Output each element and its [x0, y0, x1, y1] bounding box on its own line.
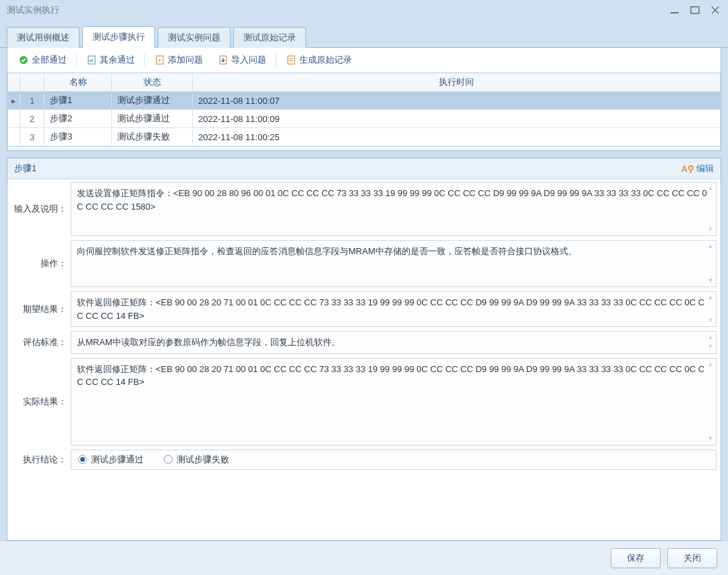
field-input-desc[interactable]: 发送设置修正矩阵指令：<EB 90 00 28 80 96 00 01 0C C… [71, 182, 717, 236]
cell-status: 测试步骤通过 [112, 92, 193, 110]
tab-raw-log[interactable]: 测试原始记录 [233, 27, 306, 48]
tab-issues[interactable]: 测试实例问题 [158, 27, 231, 48]
svg-rect-9 [288, 56, 295, 64]
radio-pass[interactable]: 测试步骤通过 [78, 454, 144, 466]
close-button[interactable] [709, 5, 721, 15]
toolbar: 全部通过 其余通过 + 添加问题 导入问题 [7, 48, 721, 73]
col-time[interactable]: 执行时间 [193, 73, 721, 92]
maximize-icon [690, 6, 700, 14]
row-criteria: 评估标准： 从MRAM中读取对应的参数原码作为帧信息字段，回复上位机软件。 ▲▼ [11, 331, 717, 354]
add-doc-icon: + [154, 55, 165, 65]
label-criteria: 评估标准： [11, 334, 71, 351]
raw-doc-icon [286, 55, 297, 65]
field-scrollbar[interactable]: ▲▼ [706, 360, 715, 444]
maximize-button[interactable] [689, 5, 701, 15]
table-row[interactable]: ▸ 1 步骤1 测试步骤通过 2022-11-08 11:00:07 [8, 92, 721, 110]
field-scrollbar[interactable]: ▲▼ [706, 333, 715, 352]
field-expected[interactable]: 软件返回修正矩阵：<EB 90 00 28 20 71 00 01 0C CC … [71, 291, 717, 327]
row-marker: ▸ [8, 92, 20, 110]
cell-time: 2022-11-08 11:00:25 [193, 128, 721, 146]
row-marker [8, 128, 20, 146]
pass-rest-button[interactable]: 其余通过 [81, 52, 140, 68]
cell-name: 步骤1 [44, 92, 112, 110]
step-list-pane: 全部通过 其余通过 + 添加问题 导入问题 [7, 48, 721, 151]
row-num: 1 [20, 92, 44, 110]
row-actual: 实际结果： 软件返回修正矩阵：<EB 90 00 28 20 71 00 01 … [11, 358, 717, 446]
cell-name: 步骤3 [44, 128, 112, 146]
minimize-button[interactable] [669, 5, 681, 15]
col-rownum [20, 73, 44, 92]
radio-icon [164, 455, 173, 464]
label-conclusion: 执行结论： [11, 451, 71, 468]
tab-overview[interactable]: 测试用例概述 [7, 27, 80, 48]
window-controls [669, 5, 721, 15]
cell-name: 步骤2 [44, 110, 112, 128]
import-issue-button[interactable]: 导入问题 [212, 52, 272, 68]
row-conclusion: 执行结论： 测试步骤通过 测试步骤失败 [11, 450, 717, 470]
separator [144, 54, 145, 66]
step-detail-panel: 步骤1 A⚲ 编辑 输入及说明： 发送设置修正矩阵指令：<EB 90 00 28… [7, 158, 721, 541]
detail-form: 输入及说明： 发送设置修正矩阵指令：<EB 90 00 28 80 96 00 … [7, 179, 721, 540]
separator [276, 54, 276, 66]
field-operation[interactable]: 向伺服控制软件发送修正矩阵指令，检查返回的应答消息帧信息字段与MRAM中存储的是… [71, 240, 717, 287]
label-actual: 实际结果： [11, 393, 71, 411]
app-window: 测试实例执行 测试用例概述 测试步骤执行 测试实例问题 测试原始记录 全部通过 [0, 0, 728, 575]
cell-status: 测试步骤失败 [112, 128, 193, 146]
label-expected: 期望结果： [11, 301, 71, 318]
save-button[interactable]: 保存 [611, 548, 661, 568]
field-scrollbar[interactable]: ▲▼ [706, 293, 715, 325]
field-scrollbar[interactable]: ▲▼ [706, 242, 715, 285]
dialog-footer: 保存 关闭 [0, 541, 728, 575]
col-indicator [8, 73, 20, 92]
table-resize-handle[interactable] [7, 146, 721, 150]
minimize-icon [670, 6, 679, 14]
radio-icon [78, 455, 87, 464]
field-conclusion: 测试步骤通过 测试步骤失败 [71, 450, 717, 470]
field-criteria[interactable]: 从MRAM中读取对应的参数原码作为帧信息字段，回复上位机软件。 ▲▼ [71, 331, 717, 354]
label-operation: 操作： [11, 255, 71, 272]
detail-step-title: 步骤1 [14, 162, 681, 175]
field-actual[interactable]: 软件返回修正矩阵：<EB 90 00 28 20 71 00 01 0C CC … [71, 358, 717, 446]
col-status[interactable]: 状态 [112, 73, 193, 92]
row-expected: 期望结果： 软件返回修正矩阵：<EB 90 00 28 20 71 00 01 … [11, 291, 717, 327]
field-scrollbar[interactable]: ▲▼ [706, 184, 715, 234]
row-marker [8, 110, 20, 128]
check-doc-icon [86, 55, 97, 65]
step-table: 名称 状态 执行时间 ▸ 1 步骤1 测试步骤通过 2022-11-08 11:… [7, 73, 721, 146]
row-input-desc: 输入及说明： 发送设置修正矩阵指令：<EB 90 00 28 80 96 00 … [11, 182, 717, 236]
gen-raw-button[interactable]: 生成原始记录 [280, 52, 357, 68]
svg-rect-1 [691, 7, 699, 13]
table-row[interactable]: 3 步骤3 测试步骤失败 2022-11-08 11:00:25 [8, 128, 721, 146]
row-num: 2 [20, 110, 44, 128]
svg-text:+: + [158, 57, 161, 64]
row-operation: 操作： 向伺服控制软件发送修正矩阵指令，检查返回的应答消息帧信息字段与MRAM中… [11, 240, 717, 287]
close-icon [710, 6, 720, 14]
close-dialog-button[interactable]: 关闭 [667, 548, 717, 568]
cell-time: 2022-11-08 11:00:09 [193, 110, 721, 128]
cell-time: 2022-11-08 11:00:07 [193, 92, 721, 110]
tab-bar: 测试用例概述 测试步骤执行 测试实例问题 测试原始记录 [0, 20, 728, 48]
add-issue-button[interactable]: + 添加问题 [149, 52, 208, 68]
cell-status: 测试步骤通过 [112, 110, 193, 128]
edit-icon: A⚲ [681, 164, 694, 174]
import-doc-icon [218, 55, 229, 65]
check-circle-icon [18, 55, 29, 65]
table-header-row: 名称 状态 执行时间 [8, 73, 721, 92]
separator [76, 54, 77, 66]
edit-link[interactable]: A⚲ 编辑 [681, 162, 714, 175]
tab-step-exec[interactable]: 测试步骤执行 [82, 26, 155, 48]
table-row[interactable]: 2 步骤2 测试步骤通过 2022-11-08 11:00:09 [8, 110, 721, 128]
label-input-desc: 输入及说明： [11, 200, 71, 218]
radio-fail[interactable]: 测试步骤失败 [164, 454, 229, 466]
row-num: 3 [20, 128, 44, 146]
svg-rect-0 [671, 12, 679, 13]
detail-header: 步骤1 A⚲ 编辑 [7, 158, 721, 179]
window-title: 测试实例执行 [7, 4, 669, 16]
title-bar: 测试实例执行 [0, 0, 728, 20]
col-name[interactable]: 名称 [44, 73, 112, 92]
pass-all-button[interactable]: 全部通过 [13, 52, 72, 68]
